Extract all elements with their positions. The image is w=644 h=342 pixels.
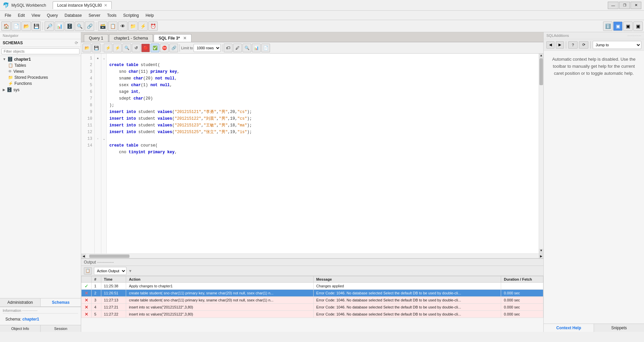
layout-1-button[interactable]: ▣ bbox=[613, 21, 623, 31]
nav-prev-button[interactable]: ◀ bbox=[546, 41, 554, 49]
schemas-label: SCHEMAS bbox=[3, 41, 23, 45]
collapse-1[interactable]: ⌄ bbox=[101, 55, 106, 62]
open-button[interactable]: 📂 bbox=[21, 21, 31, 31]
explain-button[interactable]: 🔍 bbox=[122, 44, 131, 52]
new-connection-button[interactable]: 🏠 bbox=[1, 21, 11, 31]
stop-execute-button[interactable]: ↺ bbox=[132, 44, 141, 52]
close-button[interactable]: ✕ bbox=[631, 2, 641, 9]
connection-info-button[interactable]: ℹ️ bbox=[603, 21, 612, 31]
rollback-button[interactable]: ⛔ bbox=[160, 44, 169, 52]
code-collapse-arrows: ⌄ ⌄ bbox=[101, 54, 107, 253]
vscroll-thumb[interactable] bbox=[539, 58, 543, 85]
layout-3-button[interactable]: ▣ bbox=[633, 21, 643, 31]
menu-help[interactable]: Help bbox=[142, 12, 157, 19]
create-view-button[interactable]: 👁 bbox=[118, 21, 127, 31]
administration-tab[interactable]: Administration bbox=[0, 298, 41, 306]
context-help-btn1[interactable]: ? bbox=[568, 41, 578, 49]
schema-inspector-button[interactable]: 🗄️ bbox=[65, 21, 74, 31]
tree-item-tables[interactable]: 📋 Tables bbox=[0, 62, 81, 68]
hscroll-right[interactable]: ▶ bbox=[539, 254, 543, 259]
tab-instance[interactable]: Local instance MySQL80 ✕ bbox=[53, 1, 111, 9]
line-num-2: 2 bbox=[81, 62, 92, 68]
table-row[interactable]: ✕ 3 11:27:13 create table student( sno c… bbox=[82, 297, 543, 304]
create-function-button[interactable]: ⚡ bbox=[138, 21, 148, 31]
tree-item-chapter1[interactable]: ▼ 🗄️ chapter1 bbox=[0, 56, 81, 62]
line-num-7: 7 bbox=[81, 95, 92, 102]
table-row[interactable]: ✕ 2 11:26:51 create table student( sno c… bbox=[82, 290, 543, 297]
menu-scripting[interactable]: Scripting bbox=[120, 12, 142, 19]
commit-button[interactable]: ✅ bbox=[151, 44, 159, 52]
snippets-tab[interactable]: Snippets bbox=[594, 324, 644, 332]
tree-item-sys[interactable]: ▶ 🗄️ sys bbox=[0, 87, 81, 93]
tab-sql-file3[interactable]: SQL File 3* ✕ bbox=[154, 34, 191, 42]
collapse-13[interactable]: ⌄ bbox=[101, 135, 106, 142]
nav-next-button[interactable]: ▶ bbox=[556, 41, 564, 49]
hscroll-left[interactable]: ◀ bbox=[81, 254, 86, 259]
tree-item-stored-procedures[interactable]: 📁 Stored Procedures bbox=[0, 74, 81, 80]
execute-current-button[interactable]: ⚡ bbox=[113, 44, 122, 52]
menu-file[interactable]: File bbox=[1, 12, 14, 19]
table-row[interactable]: ✓ 1 11:25:38 Apply changes to chapter1 C… bbox=[82, 283, 543, 290]
table-row[interactable]: ✕ 4 11:27:21 insert into sc values("2012… bbox=[82, 304, 543, 311]
toggle-button[interactable]: 🔴 bbox=[141, 44, 150, 52]
vscroll-up[interactable]: ▲ bbox=[539, 54, 543, 58]
tab-chapter1-schema[interactable]: chapter1 - Schema bbox=[109, 34, 153, 42]
marker-6 bbox=[95, 89, 101, 95]
create-table-button[interactable]: 📋 bbox=[108, 21, 117, 31]
instance-close[interactable]: ✕ bbox=[104, 3, 107, 8]
edit-button[interactable]: 🖊 bbox=[233, 44, 242, 52]
row2-duration: 0.000 sec bbox=[501, 290, 543, 297]
tag-button[interactable]: 🏷 bbox=[224, 44, 232, 52]
export-button[interactable]: 📄 bbox=[261, 44, 270, 52]
create-trigger-button[interactable]: ⏰ bbox=[148, 21, 158, 31]
tree-item-views[interactable]: 👁 Views bbox=[0, 68, 81, 74]
menu-edit[interactable]: Edit bbox=[14, 12, 28, 19]
editor-vscrollbar[interactable]: ▲ ▼ bbox=[539, 54, 543, 253]
context-help-tab[interactable]: Context Help bbox=[544, 324, 594, 332]
table-row[interactable]: ✕ 5 11:27:22 insert into sc values("2012… bbox=[82, 311, 543, 318]
hscroll-thumb[interactable] bbox=[89, 254, 129, 258]
output-type-select[interactable]: Action Output Text Output bbox=[94, 267, 126, 275]
reconnect-button[interactable]: 🔗 bbox=[85, 21, 94, 31]
schemas-tab[interactable]: Schemas bbox=[41, 298, 81, 306]
context-help-btn2[interactable]: ⟳ bbox=[579, 41, 588, 49]
execute-all-button[interactable]: ⚡ bbox=[104, 44, 112, 52]
data-search-button[interactable]: 🔍 bbox=[75, 21, 84, 31]
limit-select[interactable]: 1000 rows 100 rows 500 rows No limit bbox=[194, 44, 221, 52]
maximize-button[interactable]: ❐ bbox=[619, 2, 630, 9]
search-button[interactable]: 🔍 bbox=[243, 44, 251, 52]
new-query-button[interactable]: 📄 bbox=[11, 21, 21, 31]
horiz-scrollbar[interactable]: ◀ ▶ bbox=[81, 253, 543, 258]
inspector-button[interactable]: 🔎 bbox=[45, 21, 54, 31]
info-section: Information ··············· Schema: chap… bbox=[0, 307, 81, 325]
jump-to-select[interactable]: Jump to bbox=[593, 41, 641, 49]
vscroll-down[interactable]: ▼ bbox=[539, 249, 543, 253]
tables-icon: 📋 bbox=[8, 63, 13, 68]
marker-11 bbox=[95, 122, 101, 129]
menu-view[interactable]: View bbox=[28, 12, 44, 19]
menu-tools[interactable]: Tools bbox=[104, 12, 120, 19]
object-info-tab[interactable]: Object Info bbox=[0, 325, 41, 332]
open-sql-button[interactable]: 📂 bbox=[83, 44, 91, 52]
create-procedure-button[interactable]: 📁 bbox=[128, 21, 138, 31]
table-inspector-button[interactable]: 📊 bbox=[55, 21, 64, 31]
menu-database[interactable]: Database bbox=[61, 12, 85, 19]
save-button[interactable]: 💾 bbox=[32, 21, 41, 31]
toggle-autocommit-button[interactable]: 🔗 bbox=[169, 44, 178, 52]
tree-item-functions[interactable]: ⚡ Functions bbox=[0, 80, 81, 87]
code-editor[interactable]: create table student( sno char(11) prima… bbox=[107, 54, 539, 253]
session-tab[interactable]: Session bbox=[41, 325, 81, 332]
menu-server[interactable]: Server bbox=[85, 12, 104, 19]
layout-2-button[interactable]: ▣ bbox=[623, 21, 633, 31]
save-sql-button[interactable]: 💾 bbox=[92, 44, 101, 52]
schemas-refresh-icon[interactable]: ⟳ bbox=[75, 41, 78, 45]
chart-button[interactable]: 📊 bbox=[252, 44, 261, 52]
row5-duration: 0.000 sec bbox=[501, 311, 543, 318]
output-copy-button[interactable]: 📋 bbox=[84, 267, 92, 275]
menu-query[interactable]: Query bbox=[44, 12, 61, 19]
tab-sql-file3-close[interactable]: ✕ bbox=[183, 36, 186, 41]
tab-query1[interactable]: Query 1 bbox=[84, 34, 108, 42]
create-schema-button[interactable]: 🗃️ bbox=[98, 21, 107, 31]
minimize-button[interactable]: — bbox=[608, 2, 619, 9]
filter-input[interactable] bbox=[1, 48, 79, 54]
